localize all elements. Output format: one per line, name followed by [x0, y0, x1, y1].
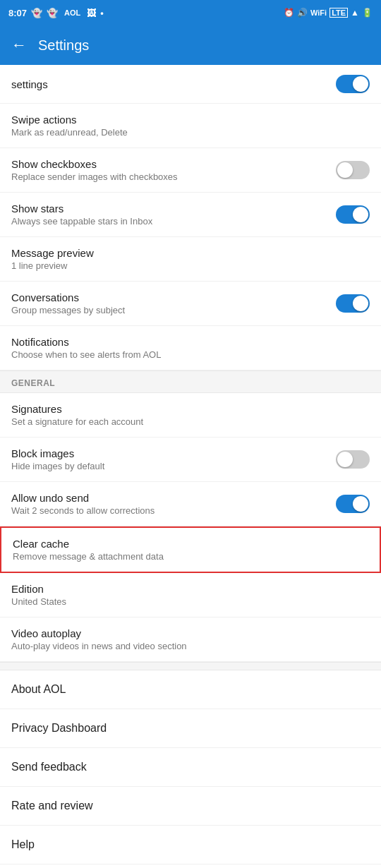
- alarm-icon: ⏰: [284, 8, 294, 18]
- allow-undo-send-title: Allow undo send: [11, 492, 327, 504]
- send-feedback-item[interactable]: Send feedback: [0, 748, 381, 787]
- volume-icon: 🔊: [297, 8, 308, 18]
- edition-title: Edition: [11, 583, 370, 595]
- conversations-title: Conversations: [11, 291, 327, 303]
- show-stars-title: Show stars: [11, 203, 327, 215]
- section-divider: [0, 662, 381, 670]
- message-preview-item[interactable]: Message preview 1 line preview: [0, 237, 381, 282]
- status-left: 8:07 👻 👻 AOL 🖼 •: [8, 8, 104, 18]
- aol-badge: AOL: [62, 8, 83, 17]
- video-autoplay-subtitle: Auto-play videos in news and video secti…: [11, 641, 370, 651]
- block-images-toggle[interactable]: [336, 450, 370, 469]
- message-preview-title: Message preview: [11, 247, 370, 259]
- show-checkboxes-toggle[interactable]: [336, 161, 370, 179]
- clear-cache-item[interactable]: Clear cache Remove message & attachment …: [0, 526, 381, 573]
- clear-cache-title: Clear cache: [13, 538, 368, 550]
- notifications-item[interactable]: Notifications Choose when to see alerts …: [0, 326, 381, 370]
- block-images-title: Block images: [11, 447, 327, 459]
- back-button[interactable]: ←: [11, 36, 27, 54]
- signatures-item[interactable]: Signatures Set a signature for each acco…: [0, 393, 381, 438]
- show-stars-subtitle: Always see tappable stars in Inbox: [11, 216, 327, 227]
- rate-and-review-item[interactable]: Rate and review: [0, 787, 381, 826]
- edition-subtitle: United States: [11, 596, 370, 607]
- show-checkboxes-subtitle: Replace sender images with checkboxes: [11, 171, 327, 182]
- swipe-actions-subtitle: Mark as read/unread, Delete: [11, 127, 370, 138]
- video-autoplay-title: Video autoplay: [11, 627, 370, 639]
- signatures-title: Signatures: [11, 403, 370, 415]
- help-item[interactable]: Help: [0, 826, 381, 864]
- swipe-actions-title: Swipe actions: [11, 114, 370, 126]
- settings-partial-item[interactable]: settings: [0, 65, 381, 104]
- header: ← Settings: [0, 25, 381, 65]
- partial-toggle[interactable]: [336, 75, 370, 93]
- status-bar: 8:07 👻 👻 AOL 🖼 • ⏰ 🔊 WiFi LTE ▲ 🔋: [0, 0, 381, 25]
- swipe-actions-item[interactable]: Swipe actions Mark as read/unread, Delet…: [0, 104, 381, 148]
- time-display: 8:07: [8, 8, 27, 18]
- clear-cache-subtitle: Remove message & attachment data: [13, 551, 368, 562]
- show-stars-item[interactable]: Show stars Always see tappable stars in …: [0, 193, 381, 237]
- show-stars-toggle[interactable]: [336, 205, 370, 224]
- general-section-header: GENERAL: [0, 370, 381, 393]
- ghost-icon2: 👻: [47, 8, 58, 18]
- block-images-subtitle: Hide images by default: [11, 461, 327, 471]
- show-checkboxes-item[interactable]: Show checkboxes Replace sender images wi…: [0, 148, 381, 193]
- conversations-toggle[interactable]: [336, 294, 370, 313]
- signatures-subtitle: Set a signature for each account: [11, 416, 370, 427]
- about-aol-item[interactable]: About AOL: [0, 670, 381, 709]
- conversations-subtitle: Group messages by subject: [11, 305, 327, 315]
- notifications-subtitle: Choose when to see alerts from AOL: [11, 349, 370, 360]
- conversations-item[interactable]: Conversations Group messages by subject: [0, 282, 381, 326]
- ghost-icon1: 👻: [31, 8, 42, 18]
- lte-icon: LTE: [329, 8, 348, 18]
- partial-title: settings: [11, 78, 327, 90]
- wifi-icon: WiFi: [310, 8, 327, 17]
- allow-undo-send-item[interactable]: Allow undo send Wait 2 seconds to allow …: [0, 482, 381, 526]
- dot-icon: •: [100, 8, 104, 18]
- page-title: Settings: [38, 37, 89, 54]
- notifications-title: Notifications: [11, 336, 370, 348]
- allow-undo-send-subtitle: Wait 2 seconds to allow corrections: [11, 505, 327, 516]
- block-images-item[interactable]: Block images Hide images by default: [0, 438, 381, 482]
- signal-bars-icon: ▲: [351, 8, 359, 18]
- bottom-bar: [0, 864, 381, 868]
- allow-undo-send-toggle[interactable]: [336, 495, 370, 513]
- show-checkboxes-title: Show checkboxes: [11, 158, 327, 170]
- photo-icon: 🖼: [87, 8, 96, 18]
- status-right: ⏰ 🔊 WiFi LTE ▲ 🔋: [284, 8, 373, 18]
- edition-item[interactable]: Edition United States: [0, 573, 381, 617]
- battery-icon: 🔋: [362, 8, 373, 18]
- video-autoplay-item[interactable]: Video autoplay Auto-play videos in news …: [0, 617, 381, 662]
- privacy-dashboard-item[interactable]: Privacy Dashboard: [0, 709, 381, 748]
- message-preview-subtitle: 1 line preview: [11, 260, 370, 271]
- settings-content: settings Swipe actions Mark as read/unre…: [0, 65, 381, 864]
